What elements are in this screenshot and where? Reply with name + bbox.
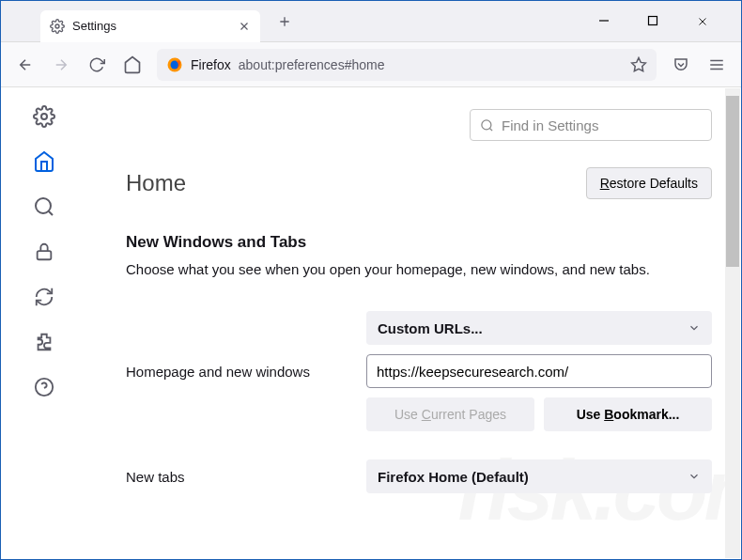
newtabs-select[interactable]: Firefox Home (Default): [366, 459, 712, 493]
page-title: Home: [126, 170, 186, 196]
url-path: about:preferences#home: [239, 57, 385, 72]
new-tab-button[interactable]: [271, 8, 298, 35]
svg-marker-4: [632, 57, 646, 70]
toolbar: Firefox about:preferences#home: [1, 42, 741, 87]
titlebar: Settings: [1, 1, 741, 42]
main-panel: risk.com Find in Settings Home Restore D…: [86, 88, 740, 558]
scrollbar-thumb[interactable]: [726, 96, 739, 267]
sidebar-extensions-icon[interactable]: [33, 331, 55, 353]
homepage-mode-select[interactable]: Custom URLs...: [366, 311, 712, 345]
reload-button[interactable]: [82, 50, 112, 80]
menu-icon[interactable]: [702, 50, 732, 80]
select-value: Firefox Home (Default): [378, 469, 529, 485]
section-desc: Choose what you see when you open your h…: [126, 261, 712, 277]
window-controls: [598, 15, 741, 28]
back-button[interactable]: [10, 50, 40, 80]
home-button[interactable]: [117, 50, 147, 80]
pocket-icon[interactable]: [666, 50, 696, 80]
settings-search-input[interactable]: Find in Settings: [470, 109, 712, 141]
browser-tab[interactable]: Settings: [40, 10, 260, 42]
bookmark-star-icon[interactable]: [630, 56, 647, 73]
forward-button[interactable]: [46, 50, 76, 80]
restore-defaults-button[interactable]: Restore Defaults: [586, 167, 712, 199]
chevron-down-icon: [688, 470, 701, 483]
select-value: Custom URLs...: [378, 320, 483, 336]
svg-rect-7: [38, 251, 52, 259]
search-placeholder: Find in Settings: [502, 117, 598, 133]
scrollbar-track[interactable]: [725, 88, 740, 558]
close-icon[interactable]: [238, 20, 251, 33]
sidebar-search-icon[interactable]: [33, 195, 55, 218]
search-icon: [480, 118, 494, 132]
use-bookmark-button[interactable]: Use Bookmark...: [544, 397, 712, 431]
close-window-button[interactable]: [696, 15, 722, 28]
firefox-icon: [166, 56, 183, 73]
sidebar: [2, 88, 86, 558]
svg-rect-1: [649, 16, 657, 24]
sidebar-sync-icon[interactable]: [33, 286, 55, 308]
sidebar-help-icon[interactable]: [33, 376, 55, 398]
gear-icon: [50, 19, 65, 34]
chevron-down-icon: [688, 321, 701, 334]
url-prefix: Firefox: [191, 57, 231, 72]
svg-point-6: [36, 198, 51, 213]
minimize-button[interactable]: [598, 15, 625, 28]
tab-title: Settings: [72, 19, 230, 33]
newtabs-label: New tabs: [126, 469, 366, 485]
sidebar-home-icon[interactable]: [33, 150, 55, 173]
use-current-pages-button[interactable]: Use Current Pages: [366, 397, 534, 431]
homepage-label: Homepage and new windows: [126, 364, 366, 380]
section-heading: New Windows and Tabs: [126, 233, 712, 252]
svg-point-0: [55, 24, 59, 28]
content-area: risk.com Find in Settings Home Restore D…: [2, 88, 740, 558]
svg-point-5: [41, 114, 47, 119]
svg-point-10: [482, 119, 491, 129]
sidebar-general-icon[interactable]: [33, 105, 55, 128]
maximize-button[interactable]: [647, 15, 673, 28]
url-bar[interactable]: Firefox about:preferences#home: [157, 49, 657, 81]
sidebar-privacy-icon[interactable]: [33, 241, 55, 263]
homepage-url-input[interactable]: [366, 354, 712, 388]
